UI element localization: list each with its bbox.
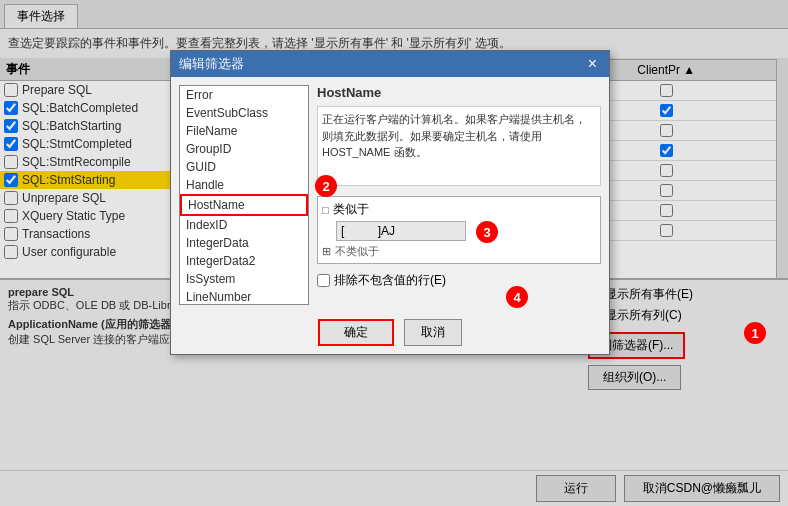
badge-1: 1 — [744, 322, 766, 344]
dialog-close-button[interactable]: × — [584, 55, 601, 73]
column-list-item-guid[interactable]: GUID — [180, 158, 308, 176]
exclude-row: 排除不包含值的行(E) — [317, 272, 601, 289]
column-list-item-handle[interactable]: Handle — [180, 176, 308, 194]
filter-similar-label: 类似于 — [333, 201, 369, 218]
dialog-ok-button[interactable]: 确定 — [318, 319, 394, 346]
dialog-footer: 确定 取消 4 — [171, 313, 609, 354]
exclude-checkbox[interactable] — [317, 274, 330, 287]
column-list-item-integerdata[interactable]: IntegerData — [180, 234, 308, 252]
dialog-column-list-panel: Error EventSubClass FileName GroupID GUI… — [179, 85, 309, 305]
column-list-item-hostname[interactable]: HostName — [180, 194, 308, 216]
badge-2: 2 — [315, 175, 337, 197]
filter-value-row: 3 — [322, 221, 596, 241]
filter-section: □ 类似于 3 ⊞ 不类似于 — [317, 196, 601, 264]
dialog-field-description: 正在运行客户端的计算机名。如果客户端提供主机名，则填充此数据列。如果要确定主机名… — [317, 106, 601, 186]
dialog-title: 编辑筛选器 — [179, 55, 244, 73]
dialog-field-title: HostName — [317, 85, 601, 100]
badge-4: 4 — [506, 286, 528, 308]
column-list-item-error[interactable]: Error — [180, 86, 308, 104]
main-window: 事件选择 查选定要跟踪的事件和事件列。要查看完整列表，请选择 '显示所有事件' … — [0, 0, 788, 506]
dialog-body: Error EventSubClass FileName GroupID GUI… — [171, 77, 609, 313]
dialog-cancel-button[interactable]: 取消 — [404, 319, 462, 346]
column-list-item-groupid[interactable]: GroupID — [180, 140, 308, 158]
filter-similar-row: □ 类似于 — [322, 201, 596, 218]
exclude-label: 排除不包含值的行(E) — [334, 272, 446, 289]
column-list-item-eventsubclass[interactable]: EventSubClass — [180, 104, 308, 122]
column-list-item-issystem[interactable]: IsSystem — [180, 270, 308, 288]
filter-value-input[interactable] — [336, 221, 466, 241]
filter-not-similar-row: ⊞ 不类似于 — [322, 244, 596, 259]
badge-3: 3 — [476, 221, 498, 243]
column-list-item-integerdata2[interactable]: IntegerData2 — [180, 252, 308, 270]
column-list-item-filename[interactable]: FileName — [180, 122, 308, 140]
dialog-title-bar: 编辑筛选器 × — [171, 51, 609, 77]
column-list-item-indexid[interactable]: IndexID — [180, 216, 308, 234]
modal-overlay: 编辑筛选器 × Error EventSubClass FileName Gro… — [0, 0, 788, 506]
edit-filter-dialog: 编辑筛选器 × Error EventSubClass FileName Gro… — [170, 50, 610, 355]
column-list-item-linenumber[interactable]: LineNumber — [180, 288, 308, 305]
dialog-right-panel: HostName 正在运行客户端的计算机名。如果客户端提供主机名，则填充此数据列… — [317, 85, 601, 305]
column-list: Error EventSubClass FileName GroupID GUI… — [179, 85, 309, 305]
